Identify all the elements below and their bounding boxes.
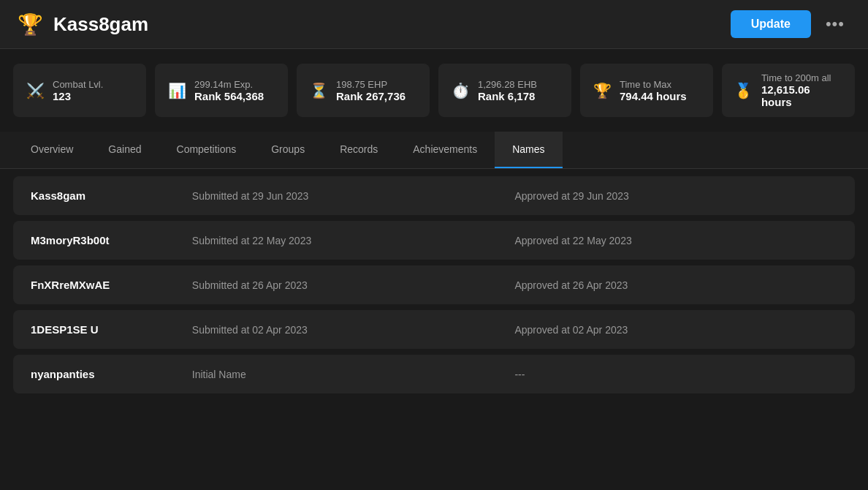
name-value: Kass8gam bbox=[31, 189, 192, 202]
approved-value: Approved at 22 May 2023 bbox=[514, 235, 837, 246]
header: 🏆 Kass8gam Update ••• bbox=[0, 0, 868, 49]
stat-value-exp: Rank 564,368 bbox=[194, 90, 264, 102]
tab-records[interactable]: Records bbox=[322, 132, 395, 168]
more-menu-button[interactable]: ••• bbox=[820, 12, 850, 37]
stat-value-max: 794.44 hours bbox=[620, 90, 687, 102]
submitted-value: Submitted at 29 Jun 2023 bbox=[192, 190, 515, 202]
stat-icon-combat: ⚔️ bbox=[25, 80, 45, 101]
stat-info-combat: Combat Lvl. 123 bbox=[53, 79, 103, 102]
stat-icon-ehb: ⏱️ bbox=[450, 80, 471, 101]
header-left: 🏆 Kass8gam bbox=[18, 12, 148, 37]
name-row: M3moryR3b00t Submitted at 22 May 2023 Ap… bbox=[13, 221, 855, 260]
stats-row: ⚔️ Combat Lvl. 123 📊 299.14m Exp. Rank 5… bbox=[0, 49, 868, 132]
stat-info-ehb: 1,296.28 EHB Rank 6,178 bbox=[478, 79, 537, 102]
stat-card-200m: 🥇 Time to 200m all 12,615.06 hours bbox=[722, 64, 855, 117]
stat-card-ehb: ⏱️ 1,296.28 EHB Rank 6,178 bbox=[438, 64, 571, 117]
tab-achievements[interactable]: Achievements bbox=[395, 132, 495, 168]
approved-value: Approved at 29 Jun 2023 bbox=[514, 190, 837, 202]
name-row: Kass8gam Submitted at 29 Jun 2023 Approv… bbox=[13, 176, 855, 215]
tab-overview[interactable]: Overview bbox=[13, 132, 91, 168]
header-right: Update ••• bbox=[731, 10, 850, 38]
stat-label-max: Time to Max bbox=[620, 79, 687, 90]
stat-label-ehb: 1,296.28 EHB bbox=[478, 79, 537, 90]
trophy-icon: 🏆 bbox=[18, 12, 43, 37]
stat-icon-max: 🏆 bbox=[592, 80, 612, 101]
stat-icon-exp: 📊 bbox=[167, 80, 187, 101]
tab-gained[interactable]: Gained bbox=[91, 132, 159, 168]
name-value: M3moryR3b00t bbox=[31, 234, 192, 246]
stat-info-200m: Time to 200m all 12,615.06 hours bbox=[761, 72, 843, 108]
content: Kass8gam Submitted at 29 Jun 2023 Approv… bbox=[0, 169, 868, 401]
stat-card-max: 🏆 Time to Max 794.44 hours bbox=[580, 64, 713, 117]
tabs: OverviewGainedCompetitionsGroupsRecordsA… bbox=[0, 132, 868, 169]
stat-info-max: Time to Max 794.44 hours bbox=[620, 79, 687, 102]
approved-value: Approved at 02 Apr 2023 bbox=[514, 324, 837, 336]
name-row: FnXRreMXwAE Submitted at 26 Apr 2023 App… bbox=[13, 265, 855, 304]
tab-names[interactable]: Names bbox=[495, 132, 562, 168]
stat-value-ehp: Rank 267,736 bbox=[336, 90, 406, 102]
submitted-value: Submitted at 26 Apr 2023 bbox=[192, 279, 515, 291]
stat-value-200m: 12,615.06 hours bbox=[761, 83, 843, 108]
stat-info-ehp: 198.75 EHP Rank 267,736 bbox=[336, 79, 406, 102]
approved-value: Approved at 26 Apr 2023 bbox=[514, 279, 837, 291]
stat-value-ehb: Rank 6,178 bbox=[478, 90, 537, 102]
name-row: nyanpanties Initial Name --- bbox=[13, 355, 855, 393]
submitted-value: Submitted at 02 Apr 2023 bbox=[192, 324, 515, 336]
tab-competitions[interactable]: Competitions bbox=[159, 132, 254, 168]
submitted-value: Submitted at 22 May 2023 bbox=[192, 235, 515, 246]
submitted-value: Initial Name bbox=[192, 369, 515, 380]
name-value: 1DESP1SE U bbox=[31, 323, 192, 336]
update-button[interactable]: Update bbox=[731, 10, 811, 38]
approved-value: --- bbox=[514, 369, 837, 380]
stat-label-combat: Combat Lvl. bbox=[53, 79, 103, 90]
stat-label-200m: Time to 200m all bbox=[761, 72, 843, 83]
name-value: FnXRreMXwAE bbox=[31, 279, 192, 291]
stat-card-exp: 📊 299.14m Exp. Rank 564,368 bbox=[155, 64, 288, 117]
player-name: Kass8gam bbox=[53, 13, 148, 36]
stat-card-combat: ⚔️ Combat Lvl. 123 bbox=[13, 64, 146, 117]
stat-info-exp: 299.14m Exp. Rank 564,368 bbox=[194, 79, 264, 102]
stat-value-combat: 123 bbox=[53, 90, 103, 102]
stat-icon-ehp: ⏳ bbox=[308, 80, 329, 101]
stat-label-ehp: 198.75 EHP bbox=[336, 79, 406, 90]
name-row: 1DESP1SE U Submitted at 02 Apr 2023 Appr… bbox=[13, 310, 855, 349]
stat-label-exp: 299.14m Exp. bbox=[194, 79, 264, 90]
name-value: nyanpanties bbox=[31, 368, 192, 380]
stat-icon-200m: 🥇 bbox=[734, 80, 754, 101]
tab-groups[interactable]: Groups bbox=[254, 132, 322, 168]
stat-card-ehp: ⏳ 198.75 EHP Rank 267,736 bbox=[297, 64, 430, 117]
